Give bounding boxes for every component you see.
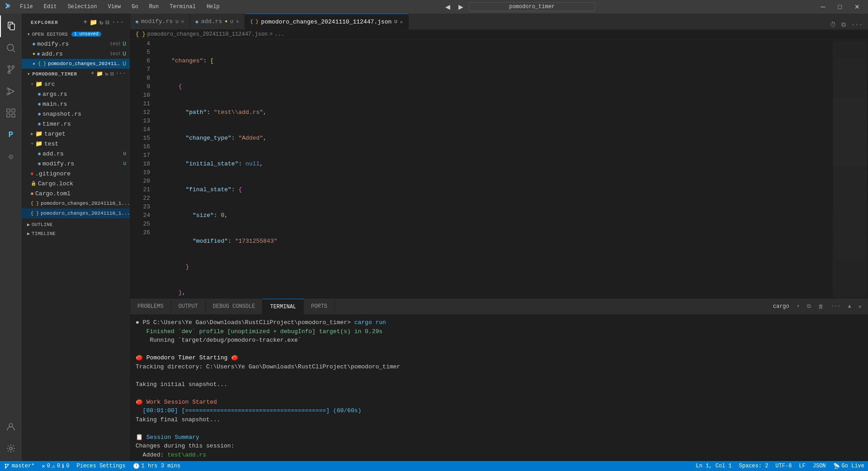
- changes-json-2[interactable]: { } pomodoro_changes_20241110_1... U: [22, 208, 130, 218]
- tab-json-close[interactable]: ✕: [400, 19, 403, 25]
- panel-tab-ports[interactable]: PORTS: [304, 299, 335, 315]
- svg-rect-12: [7, 114, 10, 117]
- refresh-icon[interactable]: ↻: [99, 19, 104, 26]
- panel-tab-output[interactable]: OUTPUT: [171, 299, 206, 315]
- tab-more-icon[interactable]: ···: [849, 20, 864, 29]
- timer-status[interactable]: 🕐 1 hrs 3 mins: [129, 461, 184, 471]
- open-editor-add-rs[interactable]: ● ◉ add.rs test U: [22, 49, 130, 59]
- cargo-lock-file[interactable]: 🔒 Cargo.lock: [22, 179, 130, 188]
- gitignore-file[interactable]: ◉ .gitignore: [22, 169, 130, 179]
- source-control-activity-icon[interactable]: [0, 59, 22, 80]
- errors-status[interactable]: ✕ 0 ⚠ 0 ℹ 0: [38, 461, 73, 471]
- ln-col-status[interactable]: Ln 1, Col 1: [692, 461, 735, 471]
- tab-dot-add: ●: [225, 19, 227, 24]
- outline-toggle[interactable]: ▶ OUTLINE: [22, 220, 130, 229]
- line-ending-status[interactable]: LF: [795, 461, 809, 471]
- pieces-activity-icon[interactable]: P: [0, 124, 22, 146]
- manage-activity-icon[interactable]: [0, 438, 22, 459]
- spaces-status[interactable]: Spaces: 2: [736, 461, 772, 471]
- encoding-status[interactable]: UTF-8: [772, 461, 795, 471]
- search-bar[interactable]: pomodoro_timer: [469, 2, 595, 11]
- menu-run[interactable]: Run: [147, 3, 161, 11]
- target-folder[interactable]: ▶ 📁 target: [22, 129, 130, 139]
- more-actions-icon[interactable]: ···: [112, 19, 124, 26]
- cargo-toml-file[interactable]: ◉ Cargo.toml: [22, 188, 130, 198]
- svg-point-16: [5, 464, 7, 466]
- terminal-trash-icon[interactable]: 🗑: [816, 302, 826, 311]
- new-folder-icon[interactable]: 📁: [90, 19, 98, 26]
- terminal-plus-icon[interactable]: +: [794, 302, 802, 311]
- refresh-project-icon[interactable]: ↻: [105, 71, 108, 77]
- terminal-maximize-icon[interactable]: ▲: [845, 302, 854, 311]
- branch-status[interactable]: master*: [0, 461, 38, 471]
- breadcrumb-filename[interactable]: pomodoro_changes_20241110_112447.json: [147, 31, 268, 38]
- new-file-icon[interactable]: +: [84, 19, 88, 26]
- cargo-toml-label: Cargo.toml: [35, 190, 71, 197]
- minimize-button[interactable]: ─: [816, 1, 830, 12]
- menu-go[interactable]: Go: [130, 3, 140, 11]
- go-live-status[interactable]: 📡 Go Live: [830, 461, 868, 471]
- explorer-activity-icon[interactable]: [0, 15, 22, 37]
- search-activity-icon[interactable]: [0, 37, 22, 59]
- menu-selection[interactable]: Selection: [66, 3, 99, 11]
- tab-split-icon[interactable]: ⧉: [840, 20, 848, 29]
- changes-json-1[interactable]: { } pomodoro_changes_20241110_1... U: [22, 198, 130, 208]
- tab-json[interactable]: { } pomodoro_changes_20241110_112447.jso…: [245, 14, 409, 29]
- new-folder-project-icon[interactable]: 📁: [96, 71, 104, 77]
- tab-modify-close[interactable]: ✕: [181, 19, 184, 24]
- extensions-activity-icon[interactable]: [0, 102, 22, 124]
- tab-add-close[interactable]: ✕: [236, 19, 239, 24]
- new-file-project-icon[interactable]: +: [91, 71, 94, 77]
- maximize-button[interactable]: □: [834, 1, 846, 12]
- run-debug-activity-icon[interactable]: [0, 80, 22, 102]
- minimap-content: [832, 39, 868, 298]
- menu-file[interactable]: File: [18, 3, 35, 11]
- add-rs-file-test[interactable]: ◉ add.rs U: [22, 149, 130, 159]
- line-ending-label: LF: [799, 463, 805, 469]
- menu-help[interactable]: Help: [205, 3, 222, 11]
- project-title[interactable]: ▾ POMODORO_TIMER + 📁 ↻ ⊟ ···: [22, 69, 130, 79]
- accounts-activity-icon[interactable]: [0, 416, 22, 438]
- terminal-content[interactable]: ● PS C:\Users\Ye Gao\Downloads\RustCliPr…: [130, 315, 868, 461]
- src-folder[interactable]: ▾ 📁 src: [22, 79, 130, 89]
- open-editor-modify-rs[interactable]: ◉ modify.rs test U: [22, 39, 130, 49]
- open-editors-toggle[interactable]: ▾ OPEN EDITORS 1 unsaved: [22, 29, 130, 39]
- nav-back-button[interactable]: ◀: [443, 2, 453, 11]
- timer-rs-file[interactable]: ◉ timer.rs: [22, 119, 130, 129]
- menu-edit[interactable]: Edit: [42, 3, 59, 11]
- main-rs-file[interactable]: ◉ main.rs: [22, 99, 130, 109]
- code-content[interactable]: "changes": [ { "path": "test\\add.rs", "…: [154, 39, 832, 298]
- language-status[interactable]: JSON: [809, 461, 830, 471]
- terminal-more-icon[interactable]: ···: [828, 302, 844, 311]
- tab-modify-rs[interactable]: ◉ modify.rs U ✕: [130, 14, 190, 29]
- collapse-project-icon[interactable]: ⊟: [110, 71, 114, 77]
- tab-history-icon[interactable]: ⏱: [828, 20, 838, 29]
- panel-tab-debug[interactable]: DEBUG CONSOLE: [206, 299, 263, 315]
- close-button[interactable]: ✕: [850, 1, 864, 12]
- go-live-icon: 📡: [833, 463, 840, 470]
- collapse-icon[interactable]: ⊟: [105, 19, 109, 26]
- nav-forward-button[interactable]: ▶: [456, 2, 466, 11]
- tab-add-rs[interactable]: ◉ add.rs ● U ✕: [190, 14, 245, 29]
- modify-rs-file-test[interactable]: ◉ modify.rs U: [22, 159, 130, 169]
- test-folder[interactable]: ▾ 📁 test: [22, 139, 130, 149]
- json-icon-1: { }: [31, 201, 39, 206]
- menu-view[interactable]: View: [106, 3, 123, 11]
- close-icon[interactable]: ✕: [33, 61, 35, 66]
- terminal-close-icon[interactable]: ✕: [856, 302, 864, 311]
- panel-tab-terminal[interactable]: TERMINAL: [263, 299, 304, 315]
- project-name-label: POMODORO_TIMER: [32, 71, 77, 77]
- breadcrumb-path[interactable]: ...: [274, 31, 284, 38]
- panel-tab-problems[interactable]: PROBLEMS: [130, 299, 171, 315]
- pieces-settings-status[interactable]: Pieces Settings: [73, 461, 129, 471]
- menu-terminal[interactable]: Terminal: [168, 3, 198, 11]
- more-project-icon[interactable]: ···: [116, 71, 126, 77]
- snapshot-rs-file[interactable]: ◉ snapshot.rs: [22, 109, 130, 119]
- args-rs-file[interactable]: ◉ args.rs: [22, 89, 130, 99]
- open-editor-json-file[interactable]: ✕ { } pomodoro_changes_20241110... U: [22, 59, 130, 69]
- code-line-11: "modified": "1731255843": [157, 237, 832, 245]
- terminal-split-icon[interactable]: ⧉: [804, 302, 814, 311]
- remote-explorer-icon[interactable]: ◎: [0, 146, 22, 167]
- svg-point-8: [7, 88, 9, 89]
- timeline-toggle[interactable]: ▶ TIMELINE: [22, 229, 130, 238]
